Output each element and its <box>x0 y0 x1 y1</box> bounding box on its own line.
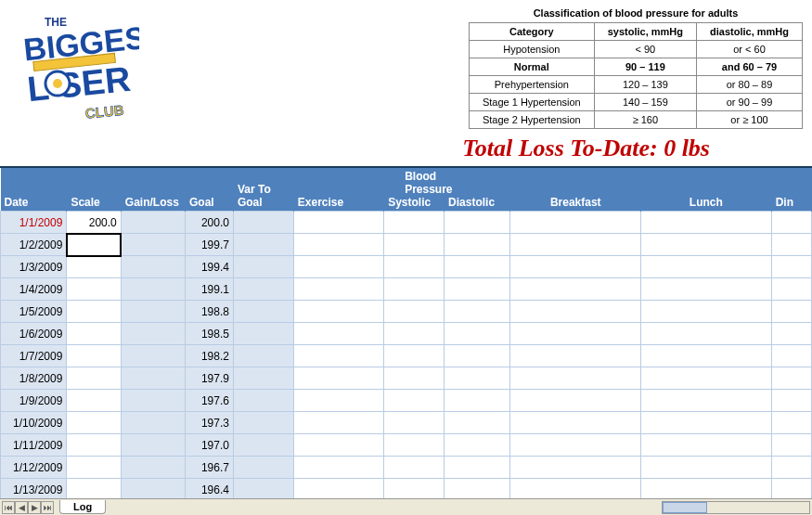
cell-lunch[interactable] <box>641 212 772 234</box>
cell-goal[interactable]: 199.7 <box>186 234 234 256</box>
cell-date[interactable]: 1/8/2009 <box>1 367 67 390</box>
horizontal-scrollbar[interactable] <box>662 501 810 514</box>
cell-var[interactable] <box>233 457 293 479</box>
cell-systolic[interactable] <box>384 479 445 501</box>
cell-breakfast[interactable] <box>510 323 641 345</box>
cell-exercise[interactable] <box>293 345 383 367</box>
cell-dinner[interactable] <box>771 212 811 234</box>
col-header-exercise[interactable]: Exercise <box>293 168 383 212</box>
cell-date[interactable]: 1/5/2009 <box>1 301 67 323</box>
cell-diastolic[interactable] <box>445 301 510 323</box>
cell-scale[interactable] <box>67 323 121 345</box>
cell-exercise[interactable] <box>293 457 383 479</box>
cell-diastolic[interactable] <box>445 212 510 234</box>
cell-dinner[interactable] <box>771 390 811 412</box>
cell-gainloss[interactable] <box>121 212 185 234</box>
cell-exercise[interactable] <box>293 278 383 301</box>
cell-breakfast[interactable] <box>510 457 641 479</box>
cell-systolic[interactable] <box>384 434 445 457</box>
cell-systolic[interactable] <box>384 323 445 345</box>
cell-dinner[interactable] <box>771 278 811 301</box>
cell-diastolic[interactable] <box>445 256 510 278</box>
cell-diastolic[interactable] <box>445 323 510 345</box>
cell-lunch[interactable] <box>641 390 772 412</box>
cell-scale[interactable] <box>67 412 121 434</box>
cell-scale[interactable] <box>67 434 121 457</box>
cell-lunch[interactable] <box>641 434 772 457</box>
cell-breakfast[interactable] <box>510 278 641 301</box>
cell-gainloss[interactable] <box>121 256 185 278</box>
cell-exercise[interactable] <box>293 367 383 390</box>
cell-diastolic[interactable] <box>445 367 510 390</box>
cell-dinner[interactable] <box>771 323 811 345</box>
cell-diastolic[interactable] <box>445 390 510 412</box>
cell-date[interactable]: 1/12/2009 <box>1 457 67 479</box>
cell-var[interactable] <box>233 212 293 234</box>
cell-date[interactable]: 1/9/2009 <box>1 390 67 412</box>
cell-scale[interactable] <box>67 256 121 278</box>
cell-dinner[interactable] <box>771 479 811 501</box>
cell-date[interactable]: 1/7/2009 <box>1 345 67 367</box>
cell-scale[interactable] <box>67 479 121 501</box>
cell-breakfast[interactable] <box>510 390 641 412</box>
col-header-date[interactable]: Date <box>1 168 67 212</box>
cell-diastolic[interactable] <box>445 434 510 457</box>
cell-systolic[interactable] <box>384 345 445 367</box>
cell-exercise[interactable] <box>293 301 383 323</box>
scrollbar-thumb[interactable] <box>663 502 707 513</box>
cell-lunch[interactable] <box>641 278 772 301</box>
col-header-var[interactable]: Var ToGoal <box>233 168 293 212</box>
cell-dinner[interactable] <box>771 256 811 278</box>
cell-var[interactable] <box>233 412 293 434</box>
cell-gainloss[interactable] <box>121 390 185 412</box>
cell-scale[interactable] <box>67 457 121 479</box>
col-header-diastolic[interactable]: Diastolic <box>445 168 510 212</box>
cell-lunch[interactable] <box>641 256 772 278</box>
tab-nav-prev-icon[interactable]: ◀ <box>15 501 28 514</box>
cell-breakfast[interactable] <box>510 367 641 390</box>
cell-exercise[interactable] <box>293 412 383 434</box>
cell-date[interactable]: 1/4/2009 <box>1 278 67 301</box>
cell-breakfast[interactable] <box>510 434 641 457</box>
cell-dinner[interactable] <box>771 367 811 390</box>
cell-lunch[interactable] <box>641 301 772 323</box>
cell-dinner[interactable] <box>771 301 811 323</box>
cell-goal[interactable]: 196.4 <box>186 479 234 501</box>
cell-date[interactable]: 1/11/2009 <box>1 434 67 457</box>
cell-scale[interactable]: 200.0 <box>67 212 121 234</box>
cell-dinner[interactable] <box>771 457 811 479</box>
tab-nav-next-icon[interactable]: ▶ <box>28 501 41 514</box>
cell-breakfast[interactable] <box>510 479 641 501</box>
cell-lunch[interactable] <box>641 323 772 345</box>
cell-goal[interactable]: 198.2 <box>186 345 234 367</box>
cell-gainloss[interactable] <box>121 278 185 301</box>
cell-goal[interactable]: 197.6 <box>186 390 234 412</box>
cell-scale[interactable] <box>67 278 121 301</box>
cell-systolic[interactable] <box>384 234 445 256</box>
cell-diastolic[interactable] <box>445 479 510 501</box>
cell-exercise[interactable] <box>293 323 383 345</box>
cell-var[interactable] <box>233 234 293 256</box>
cell-diastolic[interactable] <box>445 345 510 367</box>
cell-lunch[interactable] <box>641 234 772 256</box>
cell-scale[interactable] <box>67 390 121 412</box>
cell-gainloss[interactable] <box>121 479 185 501</box>
cell-gainloss[interactable] <box>121 345 185 367</box>
cell-scale[interactable] <box>67 234 121 256</box>
cell-gainloss[interactable] <box>121 367 185 390</box>
cell-scale[interactable] <box>67 345 121 367</box>
col-header-breakfast[interactable]: Breakfast <box>510 168 641 212</box>
cell-date[interactable]: 1/3/2009 <box>1 256 67 278</box>
cell-diastolic[interactable] <box>445 412 510 434</box>
cell-date[interactable]: 1/6/2009 <box>1 323 67 345</box>
cell-systolic[interactable] <box>384 457 445 479</box>
cell-dinner[interactable] <box>771 345 811 367</box>
cell-diastolic[interactable] <box>445 234 510 256</box>
cell-var[interactable] <box>233 278 293 301</box>
cell-lunch[interactable] <box>641 479 772 501</box>
cell-lunch[interactable] <box>641 367 772 390</box>
cell-gainloss[interactable] <box>121 412 185 434</box>
cell-lunch[interactable] <box>641 345 772 367</box>
cell-systolic[interactable] <box>384 278 445 301</box>
cell-gainloss[interactable] <box>121 323 185 345</box>
